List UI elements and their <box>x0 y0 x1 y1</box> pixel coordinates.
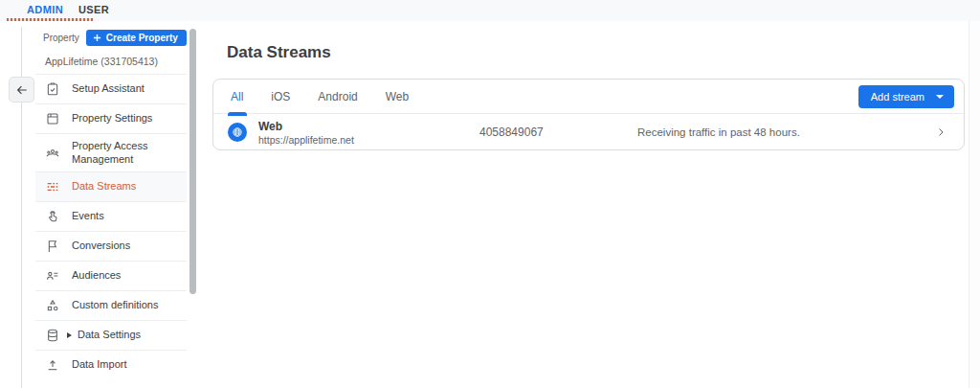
stream-url: https://applifetime.net <box>258 134 479 146</box>
plus-icon <box>93 34 101 42</box>
chevron-down-icon <box>936 95 944 99</box>
streams-icon <box>45 179 60 194</box>
sidebar-item-conversions[interactable]: Conversions <box>35 231 187 261</box>
arrow-left-icon <box>15 83 29 97</box>
tab-web[interactable]: Web <box>386 80 409 114</box>
stream-name-block: Web https://applifetime.net <box>258 120 479 146</box>
sidebar-item-property-access-management[interactable]: Property Access Management <box>35 133 187 171</box>
stream-status: Receiving traffic in past 48 hours. <box>637 126 935 138</box>
tab-user[interactable]: USER <box>78 4 109 15</box>
stream-id: 4058849067 <box>479 126 637 139</box>
data-streams-card: All iOS Android Web Add stream Web https… <box>212 79 965 150</box>
sidebar-item-data-settings[interactable]: Data Settings <box>35 320 187 350</box>
tab-android[interactable]: Android <box>318 80 357 114</box>
sidebar-item-label: Custom definitions <box>72 299 159 312</box>
web-globe-icon <box>228 123 247 142</box>
add-stream-label: Add stream <box>871 91 924 103</box>
sidebar-item-label: Events <box>72 210 104 223</box>
add-stream-button[interactable]: Add stream <box>858 85 954 108</box>
sidebar-item-label: Audiences <box>72 269 121 283</box>
admin-tab-active-underline <box>7 18 93 21</box>
tab-all[interactable]: All <box>231 80 243 114</box>
sidebar-item-data-streams[interactable]: Data Streams <box>35 171 187 201</box>
chevron-right-icon[interactable] <box>935 126 947 138</box>
category-icon <box>45 298 60 313</box>
sidebar-item-label: Data Import <box>72 358 126 372</box>
database-icon <box>45 328 60 343</box>
sidebar-item-label: Property Settings <box>72 112 152 126</box>
create-property-button[interactable]: Create Property <box>86 30 187 46</box>
tab-admin[interactable]: ADMIN <box>27 4 63 15</box>
touch-icon <box>45 209 60 224</box>
create-property-label: Create Property <box>106 33 178 43</box>
sidebar-item-label: Property Access Management <box>72 140 183 167</box>
clipboard-check-icon <box>45 81 60 97</box>
window-icon <box>45 111 60 126</box>
page-title: Data Streams <box>227 43 331 62</box>
stream-row-web[interactable]: Web https://applifetime.net 4058849067 R… <box>213 114 964 150</box>
stream-type-tabbar: All iOS Android Web Add stream <box>213 80 964 114</box>
sidebar-item-label: Setup Assistant <box>72 82 145 96</box>
collapse-panel-button[interactable] <box>9 77 34 103</box>
people-icon <box>45 146 60 161</box>
admin-sidebar: Property Create Property AppLifetime (33… <box>35 27 187 388</box>
property-column-label: Property <box>43 33 79 43</box>
tab-ios[interactable]: iOS <box>271 80 290 114</box>
sidebar-item-events[interactable]: Events <box>35 201 187 231</box>
sidebar-item-label: Data Streams <box>72 180 136 194</box>
sidebar-item-data-import[interactable]: Data Import <box>35 350 187 379</box>
stream-name: Web <box>258 120 479 133</box>
expand-caret-icon <box>67 332 72 338</box>
sidebar-item-custom-definitions[interactable]: Custom definitions <box>35 290 187 320</box>
property-header: Property Create Property <box>43 30 187 46</box>
sidebar-item-label: Data Settings <box>78 329 141 342</box>
flag-icon <box>45 239 60 254</box>
property-selector[interactable]: AppLifetime (331705413) <box>45 56 158 67</box>
sidebar-menu: Setup Assistant Property Settings Proper… <box>35 74 187 379</box>
sidebar-item-setup-assistant[interactable]: Setup Assistant <box>35 74 187 103</box>
sidebar-item-property-settings[interactable]: Property Settings <box>35 103 187 133</box>
admin-user-topbar: ADMIN USER <box>0 0 980 21</box>
sidebar-item-audiences[interactable]: Audiences <box>35 261 187 290</box>
page-scrollbar-track[interactable] <box>969 21 980 388</box>
sidebar-item-label: Conversions <box>72 240 130 253</box>
person-list-icon <box>45 268 60 284</box>
upload-icon <box>45 357 60 373</box>
sidebar-scrollbar[interactable] <box>189 29 196 294</box>
